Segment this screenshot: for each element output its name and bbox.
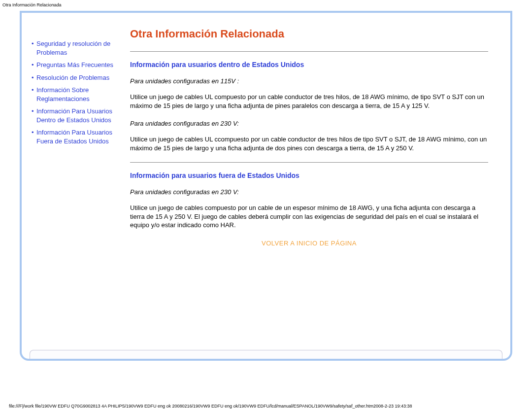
bottom-tab-decoration	[30, 350, 502, 359]
sidebar-link[interactable]: Seguridad y resolución de Problemas	[36, 40, 110, 56]
divider	[130, 162, 488, 163]
section-heading-us-inside: Información para usuarios dentro de Esta…	[130, 61, 488, 68]
sidebar-item-regulations[interactable]: Información Sobre Reglamentaciones	[32, 84, 118, 105]
sidebar-link[interactable]: Resolución de Problemas	[36, 74, 109, 81]
footer-path-text: file:///F|/work file/190VW EDFU Q70G9002…	[9, 404, 412, 409]
window-header-text: Otra Información Relacionada	[2, 2, 62, 7]
sidebar-link[interactable]: Preguntas Más Frecuentes	[36, 61, 113, 68]
page-title: Otra Información Relacionada	[130, 28, 488, 40]
divider	[130, 51, 488, 52]
sidebar-item-us-outside[interactable]: Información Para Usuarios Fuera de Estad…	[32, 126, 118, 147]
back-to-top-link[interactable]: VOLVER A INICIO DE PÁGINA	[130, 240, 488, 247]
subheading-230v-a: Para unidades configuradas en 230 V:	[130, 120, 488, 127]
subheading-230v-b: Para unidades configuradas en 230 V:	[130, 188, 488, 196]
section-heading-us-outside: Información para usuarios fuera de Estad…	[130, 171, 488, 179]
sidebar-link[interactable]: Información Para Usuarios Dentro de Esta…	[36, 107, 112, 124]
sidebar-list: Seguridad y resolución de Problemas Preg…	[32, 37, 118, 147]
inner-frame: Seguridad y resolución de Problemas Preg…	[22, 13, 510, 359]
sidebar-item-faq[interactable]: Preguntas Más Frecuentes	[32, 59, 118, 71]
main-content: Otra Información Relacionada Información…	[125, 13, 510, 348]
paragraph-230v-a: Utilice un juego de cables UL ccompuesto…	[130, 135, 488, 152]
sidebar-item-safety[interactable]: Seguridad y resolución de Problemas	[32, 37, 118, 59]
sidebar-link[interactable]: Información Sobre Reglamentaciones	[36, 86, 90, 103]
outer-frame: Seguridad y resolución de Problemas Preg…	[20, 11, 512, 361]
subheading-115v: Para unidades configuradas en 115V :	[130, 77, 488, 85]
paragraph-230v-b: Utilice un juego de cables compuesto por…	[130, 204, 488, 230]
paragraph-115v: Utilice un juego de cables UL compuesto …	[130, 93, 488, 110]
sidebar-item-us-inside[interactable]: Información Para Usuarios Dentro de Esta…	[32, 105, 118, 126]
sidebar-item-troubleshoot[interactable]: Resolución de Problemas	[32, 71, 118, 84]
content-wrapper: Seguridad y resolución de Problemas Preg…	[22, 13, 510, 348]
sidebar: Seguridad y resolución de Problemas Preg…	[22, 13, 125, 348]
sidebar-link[interactable]: Información Para Usuarios Fuera de Estad…	[36, 129, 112, 145]
